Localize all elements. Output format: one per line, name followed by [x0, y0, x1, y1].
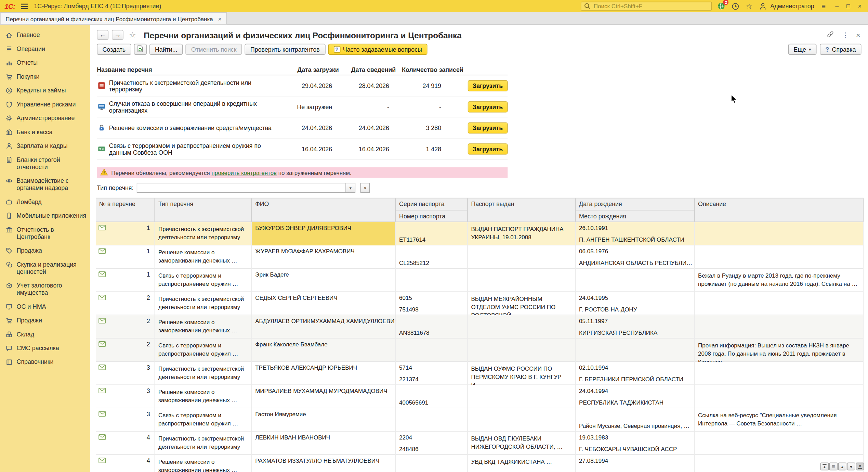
sidebar-item-supervision[interactable]: Взаимодействие с органами надзора	[0, 174, 90, 195]
col-list-name[interactable]: Название перечня	[97, 66, 288, 73]
tab-close-icon[interactable]: ×	[218, 15, 221, 22]
sidebar-item-sale[interactable]: Продажа	[0, 244, 90, 257]
scroll-up-button[interactable]: ▲	[838, 463, 846, 471]
list-type-combobox[interactable]: ▾	[137, 183, 355, 193]
clear-filter-button[interactable]: ×	[360, 183, 370, 193]
history-icon[interactable]	[731, 2, 740, 11]
col-records-count[interactable]: Количество записей	[402, 66, 463, 73]
sidebar-item-operations[interactable]: Операции	[0, 42, 90, 56]
current-user[interactable]: Администратор	[759, 2, 814, 11]
table-row[interactable]: 4 Решение комиссии о замораживании денеж…	[96, 455, 864, 472]
col-description[interactable]: Описание	[695, 198, 864, 221]
list-row[interactable]: Причастность к экстремистской деятельнос…	[97, 75, 508, 97]
list-name[interactable]: Решение комиссии о замораживании средств…	[109, 124, 272, 131]
back-button[interactable]: ←	[97, 30, 108, 40]
load-button[interactable]: Загрузить	[468, 101, 508, 112]
faq-button[interactable]: ?Часто задаваемые вопросы	[328, 44, 428, 55]
book-icon	[5, 358, 13, 366]
sidebar-item-os-nma[interactable]: ОС и НМА	[0, 300, 90, 314]
col-fio[interactable]: ФИО	[252, 198, 396, 221]
sidebar-item-reports[interactable]: Отчеты	[0, 56, 90, 69]
col-info-date[interactable]: Дата сведений	[343, 66, 402, 73]
favorites-star-icon[interactable]: ☆	[745, 2, 754, 11]
scroll-down-button[interactable]: ▼	[847, 463, 855, 471]
cart-icon	[5, 317, 13, 324]
link-icon[interactable]	[827, 30, 834, 39]
list-row[interactable]: Случаи отказа в совершении операций в кр…	[97, 97, 508, 118]
close-page-icon[interactable]: ×	[856, 31, 860, 39]
cancel-search-button[interactable]: Отменить поиск	[186, 44, 242, 55]
sidebar-item-risk-management[interactable]: Управление рисками	[0, 98, 90, 111]
minimize-button[interactable]: –	[835, 3, 839, 9]
service-menu-icon[interactable]: ≡	[819, 2, 828, 11]
table-row[interactable]: 1 Решение комиссии о замораживании денеж…	[96, 245, 864, 269]
col-passport[interactable]: Серия паспортаНомер паспорта	[396, 198, 468, 221]
sidebar-item-bank-cash[interactable]: Банк и касса	[0, 125, 90, 139]
maximize-button[interactable]: □	[846, 3, 850, 9]
load-button[interactable]: Загрузить	[468, 143, 508, 154]
list-row[interactable]: Связь с терроризмом и распространением о…	[97, 139, 508, 160]
main-menu-button[interactable]	[20, 2, 29, 11]
sidebar-item-sales[interactable]: Продажи	[0, 314, 90, 327]
table-row[interactable]: 3 Причастность к экстремистской деятельн…	[96, 362, 864, 385]
close-window-button[interactable]: ×	[858, 3, 861, 9]
sidebar-item-centrobank-reporting[interactable]: Отчетность в Центробанк	[0, 223, 90, 244]
table-menu-button[interactable]: ≡	[829, 463, 838, 471]
load-button[interactable]: Загрузить	[468, 122, 508, 133]
table-row[interactable]: 4 Причастность к экстремистской деятельн…	[96, 432, 864, 455]
list-name[interactable]: Причастность к экстремистской деятельнос…	[109, 79, 282, 92]
check-counterparties-button[interactable]: Проверить контрагентов	[245, 44, 325, 55]
application-window: 1С: 1С-Рарус: Ломбард ЕПС 4 (1С:Предприя…	[0, 0, 868, 472]
bank-icon	[5, 129, 13, 136]
scroll-first-button[interactable]: ▲	[820, 463, 829, 471]
load-button[interactable]: Загрузить	[468, 80, 508, 91]
col-type[interactable]: Тип перечня	[155, 198, 252, 221]
sidebar-item-credits-loans[interactable]: Кредиты и займы	[0, 84, 90, 97]
more-button[interactable]: Еще▾	[788, 44, 816, 55]
favorite-star-icon[interactable]: ☆	[129, 30, 136, 39]
forward-button[interactable]: →	[112, 30, 123, 40]
list-name[interactable]: Случаи отказа в совершении операций в кр…	[109, 100, 282, 113]
table-row[interactable]: 2 Решение комиссии о замораживании денеж…	[96, 315, 864, 339]
table-row[interactable]: 3 Связь с терроризмом и распространением…	[96, 408, 864, 432]
sidebar-item-mobile-apps[interactable]: Мобильные приложения	[0, 209, 90, 222]
list-row[interactable]: Решение комиссии о замораживании средств…	[97, 117, 508, 139]
sidebar-item-salary-hr[interactable]: Зарплата и кадры	[0, 139, 90, 153]
scroll-last-button[interactable]: ▼	[856, 463, 864, 471]
col-num[interactable]: № в перечне	[96, 198, 155, 221]
global-search[interactable]	[581, 2, 712, 11]
sidebar-item-purchases[interactable]: Покупки	[0, 70, 90, 84]
question-icon: ?	[333, 46, 340, 52]
col-load-date[interactable]: Дата загрузки	[288, 66, 343, 73]
sidebar-item-catalogs[interactable]: Справочники	[0, 355, 90, 369]
sidebar-item-pledge-accounting[interactable]: Учет залогового имущества	[0, 279, 90, 300]
table-row[interactable]: 2 Связь с терроризмом и распространением…	[96, 339, 864, 362]
col-birth[interactable]: Дата рожденияМесто рождения	[576, 198, 695, 221]
check-counterparties-link[interactable]: проверить контрагентов	[212, 169, 277, 176]
find-button[interactable]: Найти...	[149, 44, 183, 55]
table-row[interactable]: 2 Причастность к экстремистской деятельн…	[96, 292, 864, 315]
table-row[interactable]: 3 Решение комиссии о замораживании денеж…	[96, 385, 864, 408]
sidebar-item-lombard[interactable]: Ломбард	[0, 195, 90, 209]
help-button[interactable]: ?Справка	[820, 44, 861, 55]
sidebar-item-strict-forms[interactable]: Бланки строгой отчетности	[0, 153, 90, 174]
list-name[interactable]: Связь с терроризмом и распространением о…	[109, 142, 282, 155]
sidebar-item-warehouse[interactable]: Склад	[0, 328, 90, 341]
more-menu-icon[interactable]: ⋮	[842, 31, 849, 39]
list-type-input[interactable]	[137, 183, 346, 192]
tab-perechni[interactable]: Перечни организаций и физических лиц Рос…	[0, 12, 227, 25]
search-input[interactable]	[594, 3, 709, 9]
sidebar-item-sms[interactable]: СМС рассылка	[0, 341, 90, 355]
discussions-globe-icon[interactable]: 2	[717, 2, 726, 11]
update-lists-button[interactable]	[134, 44, 146, 55]
sidebar: Главное Операции Отчеты Покупки Кредиты …	[0, 25, 90, 472]
combo-dropdown-icon[interactable]: ▾	[345, 183, 355, 192]
create-button[interactable]: Создать	[97, 44, 131, 55]
sidebar-item-administration[interactable]: Администрирование	[0, 111, 90, 125]
lists-table: Название перечня Дата загрузки Дата свед…	[97, 64, 508, 160]
sidebar-item-main[interactable]: Главное	[0, 28, 90, 42]
table-row[interactable]: 1 Причастность к экстремистской деятельн…	[96, 222, 864, 245]
sidebar-item-buyup[interactable]: Скупка и реализация ценностей	[0, 258, 90, 279]
col-passport-issued[interactable]: Паспорт выдан	[468, 198, 576, 221]
table-row[interactable]: 1 Связь с терроризмом и распространением…	[96, 269, 864, 292]
